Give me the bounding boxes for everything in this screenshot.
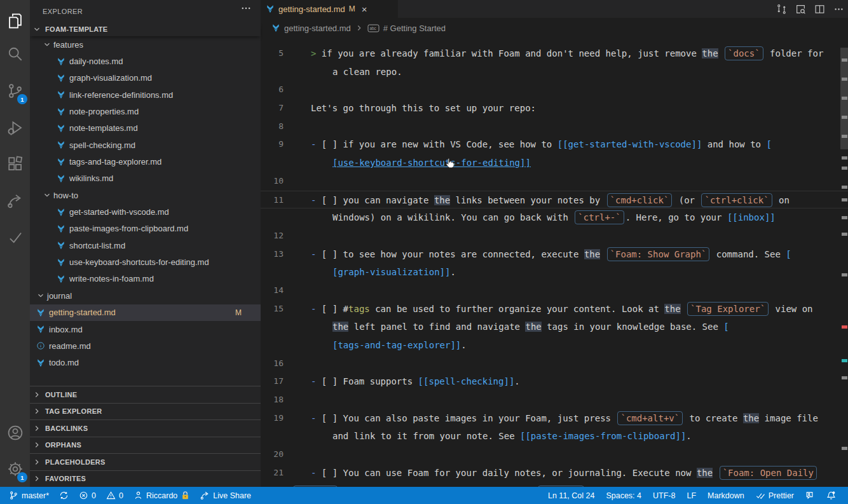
status-live-share[interactable]: Live Share: [195, 487, 256, 504]
sidebar-more-actions-icon[interactable]: [240, 3, 252, 17]
person-icon: [133, 491, 143, 500]
panel-backlinks[interactable]: BACKLINKS: [30, 419, 261, 437]
line-number: [261, 63, 291, 81]
line-number: 20: [261, 446, 291, 464]
activity-source-control[interactable]: 1: [0, 76, 30, 106]
status-cursor-position[interactable]: Ln 11, Col 24: [542, 487, 600, 504]
line-number: 19: [261, 409, 291, 428]
line-content: [291, 355, 848, 373]
panel-favorites[interactable]: FAVORITES: [30, 470, 261, 487]
tree-file-use-keyboard-shortcuts-for-editing.md[interactable]: use-keyboard-shortcuts-for-editing.md: [30, 254, 261, 270]
foam-file-icon: [57, 90, 65, 99]
breadcrumb: getting-started.md abc # Getting Started: [261, 18, 848, 38]
wikilink[interactable]: [[get-started-with-vscode]]: [557, 139, 702, 149]
open-preview-side-icon[interactable]: [795, 4, 806, 15]
tree-file-graph-visualization.md[interactable]: graph-visualization.md: [30, 70, 261, 86]
open-changes-icon[interactable]: [776, 4, 787, 15]
inline-code: `Foam: Open Daily: [720, 466, 817, 480]
tree-item-label: paste-images-from-clipboard.md: [69, 224, 188, 233]
tree-file-paste-images-from-clipboard.md[interactable]: paste-images-from-clipboard.md: [30, 221, 261, 237]
wikilink[interactable]: [[inbox]]: [727, 212, 776, 222]
activity-account[interactable]: [0, 418, 30, 447]
activity-task-check[interactable]: [0, 222, 30, 252]
status-account[interactable]: Riccardo: [128, 487, 195, 504]
activity-live-share[interactable]: [0, 186, 30, 215]
breadcrumb-symbol[interactable]: # Getting Started: [383, 24, 446, 33]
activity-explorer[interactable]: [0, 6, 30, 36]
tree-file-tags-and-tag-explorer.md[interactable]: tags-and-tag-explorer.md: [30, 153, 261, 170]
activity-settings[interactable]: 1: [0, 454, 30, 484]
panel-orphans[interactable]: ORPHANS: [30, 437, 261, 454]
status-encoding[interactable]: UTF-8: [647, 487, 681, 504]
chevron-down-icon: [43, 40, 51, 49]
wikilink[interactable]: [: [766, 139, 771, 149]
wikilink[interactable]: [[paste-images-from-clipboard]]: [520, 431, 686, 441]
chevron-right-icon: [32, 474, 41, 483]
status-notifications[interactable]: [821, 487, 842, 504]
status-language-mode[interactable]: Markdown: [702, 487, 750, 504]
status-eol[interactable]: LF: [681, 487, 702, 504]
tree-file-spell-checking.md[interactable]: spell-checking.md: [30, 137, 261, 153]
tree-folder-features[interactable]: features: [30, 36, 261, 53]
activity-extensions[interactable]: [0, 149, 30, 179]
panel-outline[interactable]: OUTLINE: [30, 386, 261, 403]
status-label: Riccardo: [146, 491, 177, 500]
tree-file-write-notes-in-foam.md[interactable]: write-notes-in-foam.md: [30, 271, 261, 287]
status-problems-warnings[interactable]: 0: [101, 487, 128, 504]
tree-file-inbox.md[interactable]: inbox.md: [30, 321, 261, 337]
line-content: [291, 482, 848, 487]
word-highlight: the: [332, 322, 348, 332]
code-text: #: [343, 304, 348, 314]
tab-close-icon[interactable]: ×: [362, 4, 367, 14]
panel-placeholders[interactable]: PLACEHOLDERS: [30, 453, 261, 470]
status-git-branch[interactable]: master*: [4, 487, 54, 504]
tree-file-wikilinks.md[interactable]: wikilinks.md: [30, 170, 261, 187]
editor-actions: [776, 0, 844, 18]
tree-file-note-templates.md[interactable]: note-templates.md: [30, 120, 261, 137]
wikilink[interactable]: [[spell-checking]]: [418, 376, 515, 386]
wikilink[interactable]: [: [723, 322, 728, 332]
code-line-6: 6: [261, 81, 848, 99]
status-feedback[interactable]: [800, 487, 821, 504]
status-problems-errors[interactable]: 0: [74, 487, 101, 504]
tree-file-daily-notes.md[interactable]: daily-notes.md: [30, 53, 261, 69]
code-line-21: 21- [ ] You can use Foam for your daily …: [261, 464, 848, 482]
wikilink[interactable]: [tags-and-tag-explorer]]: [332, 340, 461, 350]
inline-code: `docs`: [725, 46, 763, 60]
status-indentation[interactable]: Spaces: 4: [600, 487, 647, 504]
tree-item-label: journal: [47, 291, 72, 301]
inline-code: `Foam: Show Graph`: [607, 247, 710, 261]
code-text: links between your notes by: [450, 195, 605, 205]
status-prettier[interactable]: Prettier: [750, 487, 800, 504]
workspace-section-header[interactable]: FOAM-TEMPLATE: [30, 22, 261, 36]
wikilink[interactable]: [graph-visualization]]: [332, 267, 450, 277]
breadcrumb-file[interactable]: getting-started.md: [284, 24, 351, 33]
tree-folder-journal[interactable]: journal: [30, 287, 261, 304]
tree-file-getting-started.md[interactable]: getting-started.mdM: [30, 304, 261, 321]
overview-mark-gray: [842, 135, 847, 138]
tree-folder-how-to[interactable]: how-to: [30, 187, 261, 203]
tree-file-todo.md[interactable]: todo.md: [30, 355, 261, 371]
tree-item-label: getting-started.md: [49, 308, 116, 317]
tree-file-get-started-with-vscode.md[interactable]: get-started-with-vscode.md: [30, 203, 261, 220]
split-editor-icon[interactable]: [814, 4, 825, 15]
line-content: - [ ] to see how your notes are connecte…: [291, 245, 848, 264]
wikilink[interactable]: [use-keyboard-shortcuts-for-editing]]: [332, 158, 531, 168]
tree-file-link-reference-definitions.md[interactable]: link-reference-definitions.md: [30, 86, 261, 103]
status-sync[interactable]: [54, 487, 74, 504]
tree-file-shortcut-list.md[interactable]: shortcut-list.md: [30, 237, 261, 254]
tab-getting-started[interactable]: getting-started.md M ×: [261, 0, 398, 18]
panel-tag-explorer[interactable]: TAG EXPLORER: [30, 403, 261, 420]
tree-item-label: readme.md: [49, 341, 91, 351]
wikilink[interactable]: [: [786, 249, 791, 259]
tree-file-readme.md[interactable]: readme.md: [30, 337, 261, 354]
code-text: . Here, go to your: [626, 212, 727, 222]
more-actions-icon[interactable]: [833, 4, 844, 15]
activity-run-debug[interactable]: [0, 113, 30, 142]
code-editor[interactable]: 5> if you are already familiar with Foam…: [261, 38, 848, 487]
line-number: 17: [261, 372, 291, 391]
dblcheck-icon: [756, 491, 765, 500]
chevron-down-icon: [36, 291, 45, 300]
tree-file-note-properties.md[interactable]: note-properties.md: [30, 103, 261, 119]
activity-search[interactable]: [0, 39, 30, 69]
